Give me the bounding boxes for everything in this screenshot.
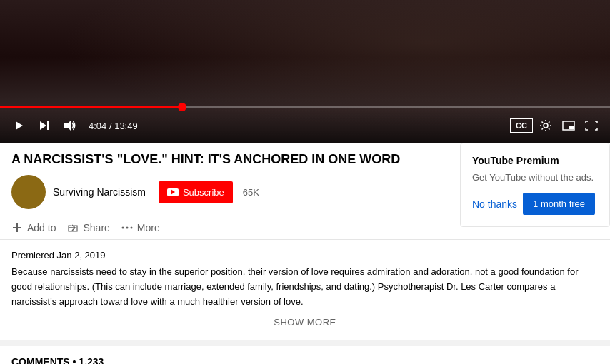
premiere-date: Premiered Jan 2, 2019 [11,250,599,261]
next-button[interactable] [34,116,54,136]
share-icon [67,223,79,233]
show-more-button[interactable]: SHOW MORE [11,310,599,330]
comments-header: COMMENTS • 1,233 [11,356,599,364]
fullscreen-icon [585,121,598,131]
subscribe-icon [167,188,179,196]
subscribe-button[interactable]: Subscribe [159,181,233,203]
share-button[interactable]: Share [67,222,109,233]
settings-button[interactable] [536,116,556,136]
comments-section: COMMENTS • 1,233 if you send the "time" … [0,346,610,364]
fullscreen-button[interactable] [581,116,601,136]
video-info-section: A NARCISSIST'S "LOVE." HINT: IT'S ANCHOR… [0,143,610,240]
channel-avatar [11,175,46,209]
svg-point-10 [126,227,128,229]
miniplayer-button[interactable] [559,116,579,136]
controls-right: CC [510,116,601,136]
svg-point-4 [544,123,548,128]
settings-icon [539,119,552,132]
next-icon [39,120,50,131]
channel-name: Surviving Narcissism [53,186,146,198]
play-icon [13,120,24,131]
time-display: 4:04 / 13:49 [89,121,138,131]
svg-marker-1 [40,121,46,130]
no-thanks-button[interactable]: No thanks [472,198,517,210]
description-section: Premiered Jan 2, 2019 Because narcissist… [0,240,610,345]
free-trial-button[interactable]: 1 month free [523,193,595,215]
play-button[interactable] [9,116,29,136]
more-button[interactable]: More [121,222,160,233]
volume-button[interactable] [60,116,80,136]
more-icon [121,226,133,230]
miniplayer-icon [562,121,575,131]
svg-rect-6 [569,126,574,129]
svg-marker-0 [16,121,23,130]
video-player: 4:04 / 13:49 CC [0,0,610,143]
svg-point-9 [121,227,124,229]
premium-title: YouTube Premium [472,155,598,166]
svg-marker-3 [64,121,71,131]
subscriber-count: 65K [243,187,259,198]
description-text: Because narcissists need to stay in the … [11,265,599,309]
svg-rect-2 [47,121,49,130]
add-icon [11,222,23,233]
video-controls: 4:04 / 13:49 CC [0,108,610,143]
subscribe-label: Subscribe [183,187,224,198]
premium-actions: No thanks 1 month free [472,193,598,215]
premium-box: YouTube Premium Get YouTube without the … [460,143,610,227]
svg-point-11 [130,227,132,229]
volume-icon [64,120,76,131]
captions-button[interactable]: CC [510,118,533,133]
add-to-button[interactable]: Add to [11,222,56,233]
premium-description: Get YouTube without the ads. [472,172,598,183]
